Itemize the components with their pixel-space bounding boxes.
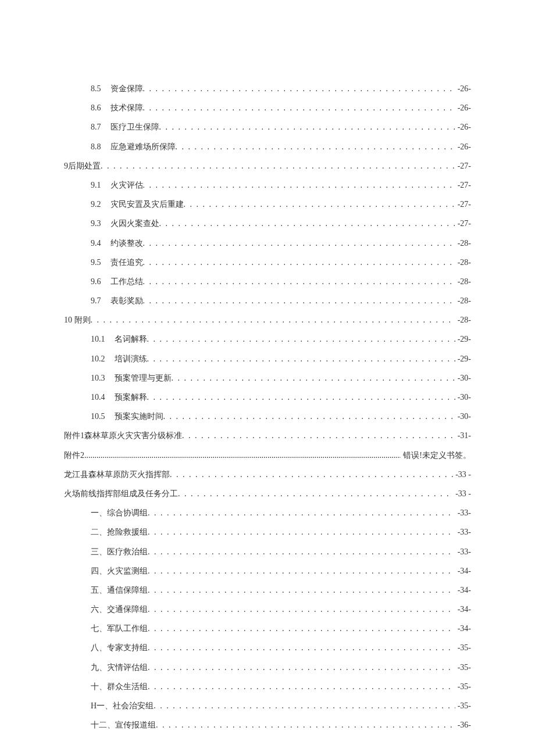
toc-title: 二、抢险救援组 — [91, 525, 148, 539]
toc-entry: 八、专家支持组. . . . . . . . . . . . . . . . .… — [64, 640, 471, 655]
toc-title: 一、综合协调组 — [91, 506, 148, 520]
toc-page: -33- — [455, 525, 471, 539]
toc-number: 9.5 — [91, 255, 101, 270]
toc-leader: . . . . . . . . . . . . . . . . . . . . … — [148, 679, 455, 694]
toc-entry: 10 附则. . . . . . . . . . . . . . . . . .… — [64, 313, 471, 327]
toc-page: -27- — [455, 178, 471, 192]
toc-title: 医疗卫生保障 — [110, 120, 159, 134]
toc-leader: . . . . . . . . . . . . . . . . . . . . … — [176, 139, 455, 154]
toc-entry: 一、综合协调组. . . . . . . . . . . . . . . . .… — [64, 506, 471, 520]
toc-page: -28- — [455, 274, 471, 289]
toc-page: -33 - — [453, 486, 471, 501]
toc-title: 技术保障 — [110, 101, 143, 115]
toc-entry: 三、医疗救治组. . . . . . . . . . . . . . . . .… — [64, 544, 471, 559]
toc-page: -34- — [455, 621, 471, 636]
toc-number: 8.6 — [91, 101, 101, 115]
toc-title: 十、群众生活组 — [91, 679, 148, 694]
toc-title: 七、军队工作组 — [91, 621, 148, 636]
toc-leader: . . . . . . . . . . . . . . . . . . . . … — [148, 602, 455, 617]
toc-leader: . . . . . . . . . . . . . . . . . . . . … — [147, 352, 455, 366]
toc-entry: 七、军队工作组. . . . . . . . . . . . . . . . .… — [64, 621, 471, 636]
toc-leader: . . . . . . . . . . . . . . . . . . . . … — [147, 332, 455, 346]
toc-number: 9.4 — [91, 236, 101, 250]
toc-page: -28- — [455, 255, 471, 270]
toc-title: 资金保障 — [110, 81, 143, 96]
toc-title: 四、火灾监测组 — [91, 564, 148, 578]
toc-title: 火因火案查处 — [110, 216, 159, 231]
toc-page: -30- — [455, 371, 471, 385]
toc-entry: 十、群众生活组. . . . . . . . . . . . . . . . .… — [64, 679, 471, 694]
toc-leader: . . . . . . . . . . . . . . . . . . . . … — [143, 293, 455, 308]
toc-number: 9.2 — [91, 197, 101, 212]
toc-page: -34- — [455, 583, 471, 597]
toc-title: 龙江县森林草原防灭火指挥部 — [64, 467, 170, 482]
toc-entry: 9.7表彰奖励. . . . . . . . . . . . . . . . .… — [64, 293, 471, 308]
toc-title: 火场前线指挥部组成及任务分工 — [64, 486, 178, 501]
toc-title: 名词解释 — [115, 332, 147, 346]
toc-leader: . . . . . . . . . . . . . . . . . . . . … — [143, 255, 455, 270]
toc-leader: . . . . . . . . . . . . . . . . . . . . … — [159, 216, 455, 231]
toc-title: 八、专家支持组 — [91, 640, 148, 655]
toc-number: 9.6 — [91, 274, 101, 289]
toc-leader: . . . . . . . . . . . . . . . . . . . . … — [148, 506, 455, 520]
toc-title: 责任追究 — [110, 255, 143, 270]
toc-entry: 9.3火因火案查处. . . . . . . . . . . . . . . .… — [64, 216, 471, 231]
toc-entry: 10.4预案解释. . . . . . . . . . . . . . . . … — [64, 390, 471, 404]
toc-title: 预案解释 — [115, 390, 147, 404]
toc-leader: . . . . . . . . . . . . . . . . . . . . … — [148, 564, 455, 578]
toc-page: -27- — [455, 159, 471, 173]
toc-leader: . . . . . . . . . . . . . . . . . . . . … — [170, 467, 453, 482]
toc-entry: H一、社会治安组. . . . . . . . . . . . . . . . … — [64, 698, 471, 713]
toc-number: 9.3 — [91, 216, 101, 231]
toc-number: 10.2 — [91, 352, 105, 366]
toc-entry: 8.5资金保障. . . . . . . . . . . . . . . . .… — [64, 81, 471, 96]
toc-number: 8.8 — [91, 139, 101, 154]
toc-page: -26- — [455, 101, 471, 115]
toc-entry: 9.6工作总结. . . . . . . . . . . . . . . . .… — [64, 274, 471, 289]
toc-page: -33- — [455, 544, 471, 559]
toc-page: -28- — [455, 313, 471, 327]
toc-leader: . . . . . . . . . . . . . . . . . . . . … — [148, 640, 455, 655]
toc-leader: . . . . . . . . . . . . . . . . . . . . … — [148, 583, 455, 597]
toc-page: -30- — [455, 409, 471, 424]
toc-title: 灾民安置及灾后重建 — [110, 197, 184, 212]
toc-page: -34- — [455, 564, 471, 578]
toc-title: 9后期处置 — [64, 159, 101, 173]
toc-entry: 9.5责任追究. . . . . . . . . . . . . . . . .… — [64, 255, 471, 270]
toc-leader: . . . . . . . . . . . . . . . . . . . . … — [172, 371, 455, 385]
toc-title: 九、灾情评估组 — [91, 660, 148, 675]
toc-entry: 10.5预案实施时间. . . . . . . . . . . . . . . … — [64, 409, 471, 424]
toc-title: 三、医疗救治组 — [91, 544, 148, 559]
toc-title: 约谈整改 — [110, 236, 143, 250]
toc-title: 预案实施时间 — [115, 409, 163, 424]
toc-entry: 10.3预案管理与更新. . . . . . . . . . . . . . .… — [64, 371, 471, 385]
toc-entry: 四、火灾监测组. . . . . . . . . . . . . . . . .… — [64, 564, 471, 578]
toc-page: -35- — [455, 698, 471, 713]
toc-title: H一、社会治安组 — [91, 698, 154, 713]
toc-leader: . . . . . . . . . . . . . . . . . . . . … — [184, 197, 455, 212]
toc-leader: . . . . . . . . . . . . . . . . . . . . … — [148, 621, 455, 636]
toc-entry: 二、抢险救援组. . . . . . . . . . . . . . . . .… — [64, 525, 471, 539]
toc-number: 9.7 — [91, 293, 101, 308]
toc-page: -26- — [455, 81, 471, 96]
toc-page: -27- — [455, 216, 471, 231]
toc-title: 预案管理与更新 — [115, 371, 172, 385]
toc-leader: . . . . . . . . . . . . . . . . . . . . … — [178, 486, 453, 501]
toc-entry: 五、通信保障组. . . . . . . . . . . . . . . . .… — [64, 583, 471, 597]
toc-leader: . . . . . . . . . . . . . . . . . . . . … — [154, 698, 455, 713]
toc-entry: 附件1森林草原火灾灾害分级标准. . . . . . . . . . . . .… — [64, 428, 471, 443]
toc-entry: 8.8应急避难场所保障. . . . . . . . . . . . . . .… — [64, 139, 471, 154]
toc-page: -34- — [455, 602, 471, 617]
toc-page: -26- — [455, 120, 471, 134]
toc-leader: . . . . . . . . . . . . . . . . . . . . … — [143, 178, 455, 192]
toc-leader: . . . . . . . . . . . . . . . . . . . . … — [143, 236, 455, 250]
toc-leader: . . . . . . . . . . . . . . . . . . . . … — [148, 544, 455, 559]
toc-entry: 10.2培训演练. . . . . . . . . . . . . . . . … — [64, 352, 471, 366]
toc-title: 10 附则 — [64, 313, 91, 327]
toc-title: 表彰奖励 — [110, 293, 143, 308]
toc-entry: 8.6技术保障. . . . . . . . . . . . . . . . .… — [64, 101, 471, 115]
table-of-contents: 8.5资金保障. . . . . . . . . . . . . . . . .… — [64, 81, 471, 732]
toc-title: 附件2 — [64, 448, 84, 463]
toc-entry: 火场前线指挥部组成及任务分工. . . . . . . . . . . . . … — [64, 486, 471, 501]
toc-title: 六、交通保障组 — [91, 602, 148, 617]
